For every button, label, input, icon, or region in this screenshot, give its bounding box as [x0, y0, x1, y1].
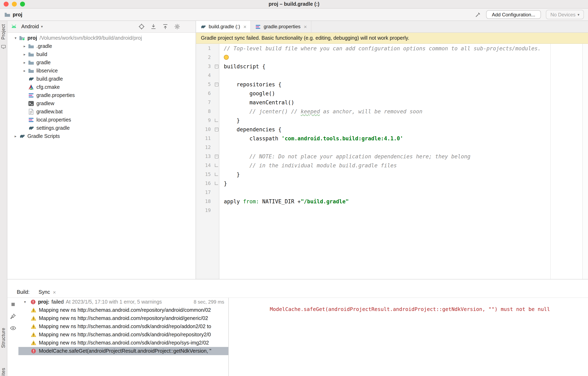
- code-line-2[interactable]: 2: [196, 53, 588, 62]
- pin-icon[interactable]: [10, 313, 16, 320]
- close-tab-icon[interactable]: ×: [304, 24, 307, 29]
- editor-scrollbar[interactable]: [582, 44, 588, 279]
- screwdriver-icon[interactable]: [475, 11, 481, 18]
- project-panel-header: Android ▾: [7, 21, 196, 33]
- tree-item-gradle.properties[interactable]: gradle.properties: [7, 91, 196, 99]
- code-line-12[interactable]: 12: [196, 143, 588, 152]
- tree-item-label: Gradle Scripts: [27, 133, 60, 139]
- fold-start-icon[interactable]: [213, 64, 220, 68]
- code-line-5[interactable]: 5 repositories {: [196, 80, 588, 89]
- build-message[interactable]: Mapping new ns http://schemas.android.co…: [18, 322, 228, 331]
- code-line-13[interactable]: 13 // NOTE: Do not place your applicatio…: [196, 152, 588, 161]
- build-output[interactable]: ModelCache.safeGet(androidProjectResult.…: [229, 298, 588, 376]
- code-editor[interactable]: 1// Top-level build file where you can a…: [196, 44, 588, 279]
- code-line-14[interactable]: 14 // in the individual module build.gra…: [196, 161, 588, 170]
- tree-item-gradlew[interactable]: gradlew: [7, 99, 196, 108]
- close-window-button[interactable]: [4, 2, 9, 7]
- code-text: }: [220, 171, 240, 177]
- chevron-down-icon[interactable]: ▾: [22, 300, 28, 304]
- fold-start-icon[interactable]: [213, 127, 220, 131]
- code-line-15[interactable]: 15 }: [196, 170, 588, 179]
- tree-item-proj-root[interactable]: ▾ proj /Volumes/work/svn/block99/build/a…: [7, 34, 196, 42]
- chevron-down-icon[interactable]: ▾: [12, 36, 19, 40]
- build-message[interactable]: Mapping new ns http://schemas.android.co…: [18, 314, 228, 322]
- build-message[interactable]: Mapping new ns http://schemas.android.co…: [18, 339, 228, 347]
- minimize-window-button[interactable]: [12, 2, 17, 7]
- code-line-8[interactable]: 8 // jcenter() // keeped as anchor, will…: [196, 107, 588, 116]
- project-tool-icon[interactable]: [1, 44, 6, 49]
- fold-end-icon[interactable]: [213, 164, 220, 167]
- expand-all-icon[interactable]: [150, 23, 157, 30]
- chevron-down-icon[interactable]: ▾: [41, 25, 43, 29]
- tree-item-gradle-scripts[interactable]: ▸Gradle Scripts: [7, 132, 196, 140]
- intention-bulb-icon[interactable]: [224, 55, 229, 60]
- chevron-right-icon[interactable]: ▸: [12, 134, 19, 138]
- device-selector[interactable]: No Devices ▾: [546, 10, 584, 19]
- build-summary-row[interactable]: ▾ proj: failed At 2023/1/5, 17:10 with 1…: [18, 298, 228, 306]
- tree-item-.gradle[interactable]: ▸.gradle: [7, 42, 196, 50]
- code-line-4[interactable]: 4: [196, 71, 588, 80]
- code-line-10[interactable]: 10 dependencies {: [196, 125, 588, 134]
- tab-sync[interactable]: Sync ×: [39, 289, 56, 295]
- build-message[interactable]: Mapping new ns http://schemas.android.co…: [18, 331, 228, 339]
- chevron-right-icon[interactable]: ▸: [21, 61, 28, 65]
- close-tab-icon[interactable]: ×: [243, 24, 246, 29]
- code-line-7[interactable]: 7 mavenCentral(): [196, 98, 588, 107]
- tree-item-cfg.cmake[interactable]: cfg.cmake: [7, 83, 196, 91]
- code-line-17[interactable]: 17: [196, 188, 588, 197]
- tree-item-settings.gradle[interactable]: settings.gradle: [7, 124, 196, 132]
- panel-splitter[interactable]: [7, 280, 588, 287]
- fold-start-icon[interactable]: [213, 155, 220, 158]
- build-message-text: ModelCache.safeGet(androidProjectResult.…: [39, 348, 211, 354]
- stop-icon[interactable]: [10, 301, 16, 308]
- chevron-right-icon[interactable]: ▸: [21, 44, 28, 48]
- main-toolbar: proj Add Configuration... No Devices ▾: [0, 9, 588, 21]
- hide-panel-icon[interactable]: [186, 23, 192, 30]
- editor-area: build.gradle (:)×gradle.properties× Grad…: [196, 21, 588, 279]
- build-tool-window: Build: Sync × ▾ proj: failed A: [7, 280, 588, 376]
- tool-stripe-favorites[interactable]: rites: [1, 368, 6, 376]
- fold-end-icon[interactable]: [213, 182, 220, 185]
- project-tree-children: ▸.gradle▸build▸gradle▸libservicebuild.gr…: [7, 42, 196, 140]
- tree-item-build[interactable]: ▸build: [7, 50, 196, 59]
- code-line-11[interactable]: 11 classpath 'com.android.tools.build:gr…: [196, 134, 588, 143]
- tree-item-gradlew.bat[interactable]: gradlew.bat: [7, 108, 196, 116]
- chevron-right-icon[interactable]: ▸: [21, 69, 28, 73]
- tree-item-local.properties[interactable]: local.properties: [7, 116, 196, 124]
- tree-item-label: gradle.properties: [36, 93, 75, 98]
- editor-tab-1[interactable]: build.gradle (:)×: [196, 21, 251, 32]
- close-icon[interactable]: ×: [53, 290, 56, 295]
- view-selector[interactable]: Android: [21, 24, 39, 30]
- window-controls: [4, 2, 25, 7]
- fold-end-icon[interactable]: [213, 119, 220, 122]
- build-message[interactable]: ModelCache.safeGet(androidProjectResult.…: [18, 347, 228, 355]
- fold-end-icon[interactable]: [213, 173, 220, 176]
- editor-tab-2[interactable]: gradle.properties×: [251, 21, 311, 32]
- tree-item-build.gradle[interactable]: build.gradle: [7, 75, 196, 83]
- chevron-right-icon[interactable]: ▸: [21, 52, 28, 56]
- zoom-window-button[interactable]: [20, 2, 25, 7]
- code-line-16[interactable]: 16}: [196, 179, 588, 188]
- root-name: proj: [27, 35, 37, 41]
- properties-file-icon: [28, 92, 34, 99]
- code-line-3[interactable]: 3buildscript {: [196, 62, 588, 71]
- add-configuration-button[interactable]: Add Configuration...: [486, 10, 541, 19]
- fold-start-icon[interactable]: [213, 83, 220, 86]
- locate-icon[interactable]: [138, 23, 145, 30]
- tree-item-libservice[interactable]: ▸libservice: [7, 67, 196, 75]
- settings-icon[interactable]: [174, 23, 180, 30]
- tree-item-label: build: [36, 52, 47, 57]
- tool-stripe-project[interactable]: Project: [1, 24, 6, 40]
- code-line-19[interactable]: 19: [196, 206, 588, 215]
- tool-stripe-structure[interactable]: Structure: [1, 328, 6, 348]
- code-line-9[interactable]: 9 }: [196, 116, 588, 125]
- error-icon: [30, 299, 36, 305]
- code-line-6[interactable]: 6 google(): [196, 89, 588, 98]
- collapse-all-icon[interactable]: [162, 23, 168, 30]
- line-number: 16: [196, 180, 213, 186]
- eye-icon[interactable]: [10, 325, 16, 331]
- build-message[interactable]: Mapping new ns http://schemas.android.co…: [18, 306, 228, 314]
- code-line-1[interactable]: 1// Top-level build file where you can a…: [196, 44, 588, 53]
- code-line-18[interactable]: 18apply from: NATIVE_DIR +"/build.gradle…: [196, 197, 588, 206]
- tree-item-gradle[interactable]: ▸gradle: [7, 59, 196, 67]
